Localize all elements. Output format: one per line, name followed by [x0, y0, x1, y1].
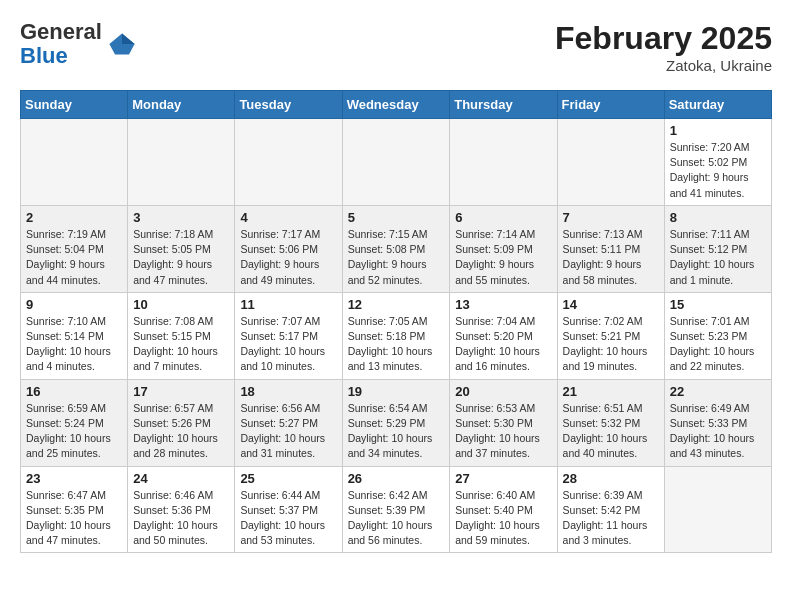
- day-number: 7: [563, 210, 659, 225]
- week-row-4: 16Sunrise: 6:59 AM Sunset: 5:24 PM Dayli…: [21, 379, 772, 466]
- weekday-header-sunday: Sunday: [21, 91, 128, 119]
- day-number: 11: [240, 297, 336, 312]
- title-block: February 2025 Zatoka, Ukraine: [555, 20, 772, 74]
- day-number: 1: [670, 123, 766, 138]
- calendar-cell: 13Sunrise: 7:04 AM Sunset: 5:20 PM Dayli…: [450, 292, 557, 379]
- day-info: Sunrise: 7:19 AM Sunset: 5:04 PM Dayligh…: [26, 227, 122, 288]
- calendar-cell: 8Sunrise: 7:11 AM Sunset: 5:12 PM Daylig…: [664, 205, 771, 292]
- day-info: Sunrise: 6:54 AM Sunset: 5:29 PM Dayligh…: [348, 401, 445, 462]
- calendar-table: SundayMondayTuesdayWednesdayThursdayFrid…: [20, 90, 772, 553]
- day-number: 26: [348, 471, 445, 486]
- calendar-cell: 12Sunrise: 7:05 AM Sunset: 5:18 PM Dayli…: [342, 292, 450, 379]
- day-info: Sunrise: 7:07 AM Sunset: 5:17 PM Dayligh…: [240, 314, 336, 375]
- day-info: Sunrise: 7:17 AM Sunset: 5:06 PM Dayligh…: [240, 227, 336, 288]
- calendar-cell: 3Sunrise: 7:18 AM Sunset: 5:05 PM Daylig…: [128, 205, 235, 292]
- day-info: Sunrise: 7:18 AM Sunset: 5:05 PM Dayligh…: [133, 227, 229, 288]
- day-info: Sunrise: 6:51 AM Sunset: 5:32 PM Dayligh…: [563, 401, 659, 462]
- day-number: 12: [348, 297, 445, 312]
- weekday-header-thursday: Thursday: [450, 91, 557, 119]
- day-info: Sunrise: 7:11 AM Sunset: 5:12 PM Dayligh…: [670, 227, 766, 288]
- calendar-cell: 4Sunrise: 7:17 AM Sunset: 5:06 PM Daylig…: [235, 205, 342, 292]
- calendar-cell: 17Sunrise: 6:57 AM Sunset: 5:26 PM Dayli…: [128, 379, 235, 466]
- calendar-cell: 10Sunrise: 7:08 AM Sunset: 5:15 PM Dayli…: [128, 292, 235, 379]
- day-info: Sunrise: 7:01 AM Sunset: 5:23 PM Dayligh…: [670, 314, 766, 375]
- week-row-2: 2Sunrise: 7:19 AM Sunset: 5:04 PM Daylig…: [21, 205, 772, 292]
- calendar-cell: [450, 119, 557, 206]
- week-row-5: 23Sunrise: 6:47 AM Sunset: 5:35 PM Dayli…: [21, 466, 772, 553]
- day-info: Sunrise: 6:47 AM Sunset: 5:35 PM Dayligh…: [26, 488, 122, 549]
- day-number: 24: [133, 471, 229, 486]
- day-info: Sunrise: 7:05 AM Sunset: 5:18 PM Dayligh…: [348, 314, 445, 375]
- day-number: 15: [670, 297, 766, 312]
- logo-icon: [108, 30, 136, 58]
- week-row-3: 9Sunrise: 7:10 AM Sunset: 5:14 PM Daylig…: [21, 292, 772, 379]
- day-info: Sunrise: 7:20 AM Sunset: 5:02 PM Dayligh…: [670, 140, 766, 201]
- day-number: 10: [133, 297, 229, 312]
- day-number: 4: [240, 210, 336, 225]
- weekday-header-monday: Monday: [128, 91, 235, 119]
- calendar-cell: 18Sunrise: 6:56 AM Sunset: 5:27 PM Dayli…: [235, 379, 342, 466]
- day-number: 22: [670, 384, 766, 399]
- calendar-cell: 27Sunrise: 6:40 AM Sunset: 5:40 PM Dayli…: [450, 466, 557, 553]
- calendar-cell: 7Sunrise: 7:13 AM Sunset: 5:11 PM Daylig…: [557, 205, 664, 292]
- calendar-cell: 23Sunrise: 6:47 AM Sunset: 5:35 PM Dayli…: [21, 466, 128, 553]
- day-number: 23: [26, 471, 122, 486]
- calendar-cell: 26Sunrise: 6:42 AM Sunset: 5:39 PM Dayli…: [342, 466, 450, 553]
- day-number: 19: [348, 384, 445, 399]
- day-info: Sunrise: 6:57 AM Sunset: 5:26 PM Dayligh…: [133, 401, 229, 462]
- weekday-header-tuesday: Tuesday: [235, 91, 342, 119]
- day-number: 6: [455, 210, 551, 225]
- svg-marker-1: [122, 34, 135, 45]
- day-number: 17: [133, 384, 229, 399]
- day-info: Sunrise: 6:44 AM Sunset: 5:37 PM Dayligh…: [240, 488, 336, 549]
- day-number: 8: [670, 210, 766, 225]
- day-number: 27: [455, 471, 551, 486]
- month-year: February 2025: [555, 20, 772, 57]
- calendar-cell: 14Sunrise: 7:02 AM Sunset: 5:21 PM Dayli…: [557, 292, 664, 379]
- day-number: 5: [348, 210, 445, 225]
- day-info: Sunrise: 6:46 AM Sunset: 5:36 PM Dayligh…: [133, 488, 229, 549]
- calendar-cell: 6Sunrise: 7:14 AM Sunset: 5:09 PM Daylig…: [450, 205, 557, 292]
- day-info: Sunrise: 7:15 AM Sunset: 5:08 PM Dayligh…: [348, 227, 445, 288]
- day-info: Sunrise: 6:49 AM Sunset: 5:33 PM Dayligh…: [670, 401, 766, 462]
- location: Zatoka, Ukraine: [555, 57, 772, 74]
- logo-text: General Blue: [20, 20, 102, 68]
- day-number: 25: [240, 471, 336, 486]
- day-number: 16: [26, 384, 122, 399]
- header: General Blue February 2025 Zatoka, Ukrai…: [20, 20, 772, 74]
- day-info: Sunrise: 6:39 AM Sunset: 5:42 PM Dayligh…: [563, 488, 659, 549]
- day-info: Sunrise: 7:10 AM Sunset: 5:14 PM Dayligh…: [26, 314, 122, 375]
- calendar-cell: 11Sunrise: 7:07 AM Sunset: 5:17 PM Dayli…: [235, 292, 342, 379]
- calendar-cell: [342, 119, 450, 206]
- day-info: Sunrise: 7:08 AM Sunset: 5:15 PM Dayligh…: [133, 314, 229, 375]
- calendar-cell: [664, 466, 771, 553]
- day-number: 28: [563, 471, 659, 486]
- calendar-cell: [557, 119, 664, 206]
- day-info: Sunrise: 6:56 AM Sunset: 5:27 PM Dayligh…: [240, 401, 336, 462]
- calendar-cell: 25Sunrise: 6:44 AM Sunset: 5:37 PM Dayli…: [235, 466, 342, 553]
- calendar-cell: 21Sunrise: 6:51 AM Sunset: 5:32 PM Dayli…: [557, 379, 664, 466]
- day-info: Sunrise: 6:53 AM Sunset: 5:30 PM Dayligh…: [455, 401, 551, 462]
- day-number: 20: [455, 384, 551, 399]
- weekday-header-friday: Friday: [557, 91, 664, 119]
- day-info: Sunrise: 7:02 AM Sunset: 5:21 PM Dayligh…: [563, 314, 659, 375]
- calendar-cell: 24Sunrise: 6:46 AM Sunset: 5:36 PM Dayli…: [128, 466, 235, 553]
- calendar-cell: [128, 119, 235, 206]
- week-row-1: 1Sunrise: 7:20 AM Sunset: 5:02 PM Daylig…: [21, 119, 772, 206]
- day-info: Sunrise: 6:42 AM Sunset: 5:39 PM Dayligh…: [348, 488, 445, 549]
- calendar-cell: 9Sunrise: 7:10 AM Sunset: 5:14 PM Daylig…: [21, 292, 128, 379]
- day-number: 14: [563, 297, 659, 312]
- calendar-cell: [21, 119, 128, 206]
- calendar-cell: 2Sunrise: 7:19 AM Sunset: 5:04 PM Daylig…: [21, 205, 128, 292]
- day-number: 9: [26, 297, 122, 312]
- day-number: 2: [26, 210, 122, 225]
- weekday-header-saturday: Saturday: [664, 91, 771, 119]
- calendar-cell: 5Sunrise: 7:15 AM Sunset: 5:08 PM Daylig…: [342, 205, 450, 292]
- day-info: Sunrise: 6:59 AM Sunset: 5:24 PM Dayligh…: [26, 401, 122, 462]
- calendar-cell: 28Sunrise: 6:39 AM Sunset: 5:42 PM Dayli…: [557, 466, 664, 553]
- calendar-cell: 1Sunrise: 7:20 AM Sunset: 5:02 PM Daylig…: [664, 119, 771, 206]
- day-info: Sunrise: 7:14 AM Sunset: 5:09 PM Dayligh…: [455, 227, 551, 288]
- day-info: Sunrise: 6:40 AM Sunset: 5:40 PM Dayligh…: [455, 488, 551, 549]
- day-number: 3: [133, 210, 229, 225]
- calendar-cell: 20Sunrise: 6:53 AM Sunset: 5:30 PM Dayli…: [450, 379, 557, 466]
